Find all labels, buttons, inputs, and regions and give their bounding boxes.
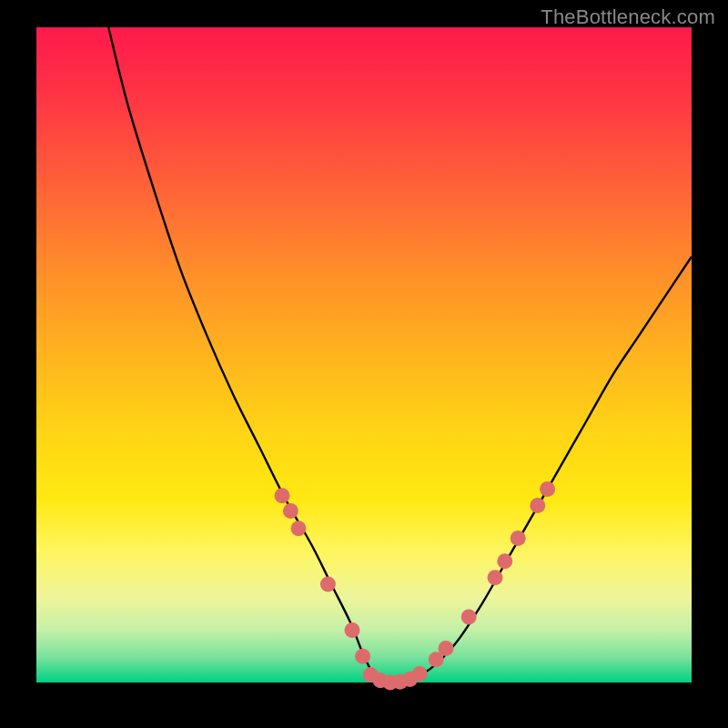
curve-layer <box>36 27 692 682</box>
data-marker <box>355 649 370 664</box>
bottleneck-curve <box>108 27 692 682</box>
data-marker <box>291 521 307 536</box>
plot-area <box>36 27 692 682</box>
data-marker <box>511 531 526 546</box>
data-marker <box>439 641 454 656</box>
chart-frame: TheBottleneck.com <box>0 0 728 728</box>
data-marker <box>530 498 545 513</box>
watermark-text: TheBottleneck.com <box>541 5 715 29</box>
data-marker <box>540 481 555 497</box>
marker-group <box>275 481 556 690</box>
data-marker <box>497 553 512 569</box>
data-marker <box>412 666 428 682</box>
data-marker <box>320 577 336 592</box>
data-marker <box>345 622 360 638</box>
data-marker <box>461 610 477 625</box>
data-marker <box>275 488 290 503</box>
data-marker <box>283 503 298 519</box>
data-marker <box>488 570 503 585</box>
